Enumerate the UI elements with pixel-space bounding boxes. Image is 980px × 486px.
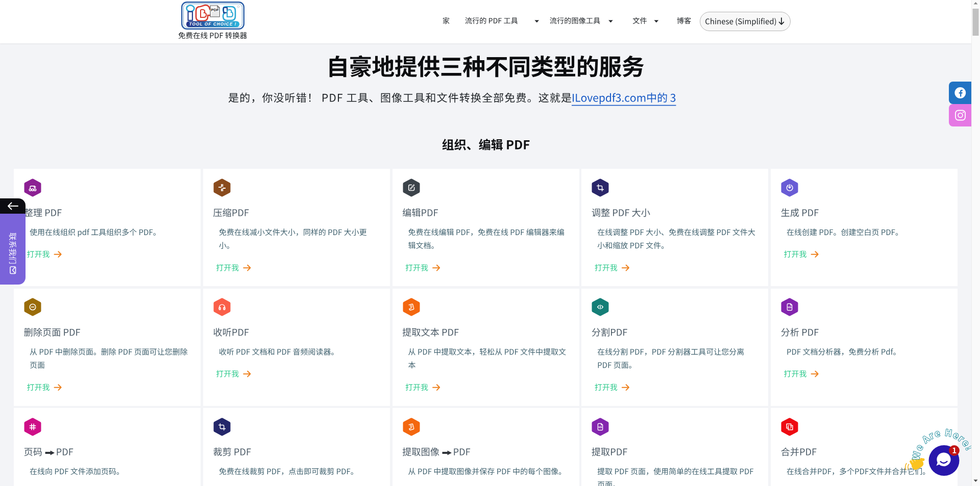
svg-text:TOOL OF CHOICE !: TOOL OF CHOICE ! [189,22,237,27]
svg-text:PDF: PDF [211,8,219,12]
svg-text:PDF: PDF [599,426,602,428]
svg-text:PDF: PDF [788,306,791,309]
